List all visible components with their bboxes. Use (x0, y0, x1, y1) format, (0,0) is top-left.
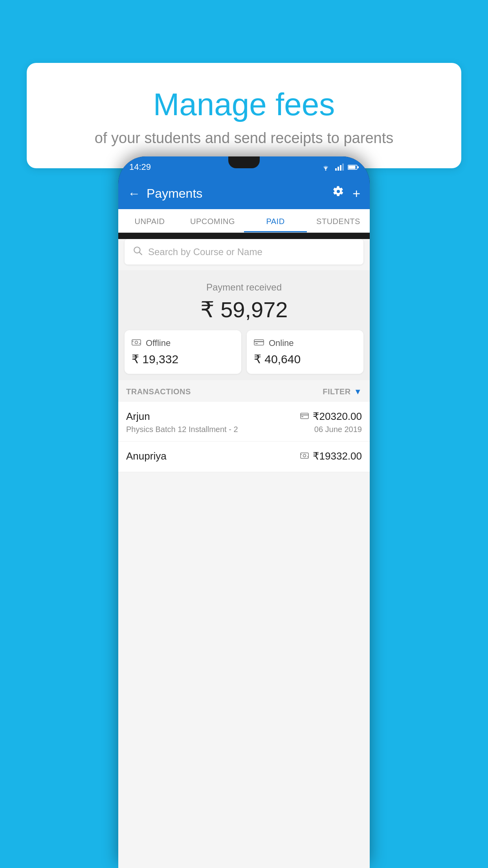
payment-received-section: Payment received ₹ 59,972 (118, 270, 370, 332)
settings-button[interactable] (333, 186, 344, 201)
tabs-bar: UNPAID UPCOMING PAID STUDENTS (118, 209, 370, 233)
svg-point-0 (325, 169, 327, 171)
search-icon (132, 245, 143, 258)
filter-label: FILTER (323, 387, 351, 396)
svg-rect-16 (255, 343, 258, 344)
wifi-icon (320, 163, 331, 171)
table-row[interactable]: Anupriya ₹19332.00 (118, 441, 370, 472)
phone-device: 14:29 (118, 156, 370, 868)
svg-rect-19 (301, 416, 303, 417)
transactions-header: TRANSACTIONS FILTER ▼ (118, 380, 370, 402)
tooltip-title: Manage fees (46, 86, 442, 123)
tab-unpaid[interactable]: UNPAID (118, 209, 181, 232)
payment-cards-row: Offline ₹ 19,332 (118, 330, 370, 380)
transaction-bottom: Physics Batch 12 Installment - 2 06 June… (126, 425, 362, 434)
svg-rect-1 (335, 168, 337, 171)
status-time: 14:29 (129, 162, 151, 172)
transaction-amount: ₹19332.00 (313, 450, 362, 462)
online-payment-card: Online ₹ 40,640 (247, 330, 363, 374)
svg-rect-10 (132, 340, 141, 345)
transaction-type-icon (300, 412, 309, 421)
status-bar: 14:29 (118, 156, 370, 178)
cash-icon (132, 339, 141, 346)
card-type-icon (300, 413, 309, 419)
offline-amount: ₹ 19,332 (132, 352, 234, 366)
transactions-label: TRANSACTIONS (126, 387, 191, 396)
header-actions: + (333, 186, 360, 201)
svg-rect-4 (342, 164, 344, 171)
transaction-name: Arjun (126, 410, 150, 423)
transaction-top: Anupriya ₹19332.00 (126, 450, 362, 462)
transaction-offline-icon (300, 452, 309, 461)
offline-card-icon (132, 338, 141, 348)
cash-type-icon (300, 452, 309, 459)
tab-students[interactable]: STUDENTS (307, 209, 370, 232)
background: Manage fees of your students and send re… (0, 0, 488, 868)
online-amount: ₹ 40,640 (254, 352, 356, 366)
svg-rect-20 (301, 453, 308, 458)
payment-received-amount: ₹ 59,972 (118, 297, 370, 322)
tooltip-subtitle: of your students and send receipts to pa… (46, 130, 442, 147)
offline-label: Offline (146, 338, 171, 348)
signal-icon (335, 164, 344, 171)
offline-card-header: Offline (132, 338, 234, 348)
payment-received-label: Payment received (118, 282, 370, 293)
transaction-amount-group: ₹19332.00 (300, 450, 362, 462)
filter-icon: ▼ (354, 387, 362, 396)
online-card-icon (254, 338, 264, 348)
speech-bubble: Manage fees of your students and send re… (27, 63, 461, 168)
page-title: Payments (147, 186, 333, 201)
transaction-amount: ₹20320.00 (313, 410, 362, 423)
phone-screen: 14:29 (118, 156, 370, 868)
card-icon (254, 339, 264, 346)
add-button[interactable]: + (352, 186, 360, 201)
app-content: Search by Course or Name Payment receive… (118, 239, 370, 868)
search-placeholder: Search by Course or Name (148, 246, 262, 257)
svg-rect-2 (338, 167, 339, 171)
svg-rect-6 (349, 166, 356, 169)
transaction-date: 06 June 2019 (314, 425, 362, 434)
svg-rect-14 (254, 340, 264, 345)
transaction-amount-group: ₹20320.00 (300, 410, 362, 423)
back-button[interactable]: ← (128, 186, 140, 201)
app-header: ← Payments + (118, 178, 370, 209)
filter-button[interactable]: FILTER ▼ (323, 387, 362, 396)
phone-notch (228, 156, 260, 168)
tab-paid[interactable]: PAID (244, 209, 307, 232)
status-icons (320, 163, 359, 171)
online-label: Online (269, 338, 294, 348)
transaction-top: Arjun ₹20320.00 (126, 410, 362, 423)
battery-icon (348, 164, 359, 170)
svg-point-11 (135, 341, 138, 344)
svg-rect-7 (358, 166, 359, 168)
table-row[interactable]: Arjun ₹20320.00 (118, 402, 370, 441)
settings-icon (333, 186, 344, 197)
tab-upcoming[interactable]: UPCOMING (181, 209, 244, 232)
transaction-name: Anupriya (126, 450, 167, 462)
offline-payment-card: Offline ₹ 19,332 (125, 330, 241, 374)
online-card-header: Online (254, 338, 356, 348)
transaction-course: Physics Batch 12 Installment - 2 (126, 425, 238, 434)
svg-rect-17 (301, 413, 308, 419)
search-bar[interactable]: Search by Course or Name (125, 239, 363, 265)
svg-line-9 (139, 252, 142, 255)
svg-point-21 (303, 454, 306, 457)
svg-rect-3 (340, 165, 341, 171)
